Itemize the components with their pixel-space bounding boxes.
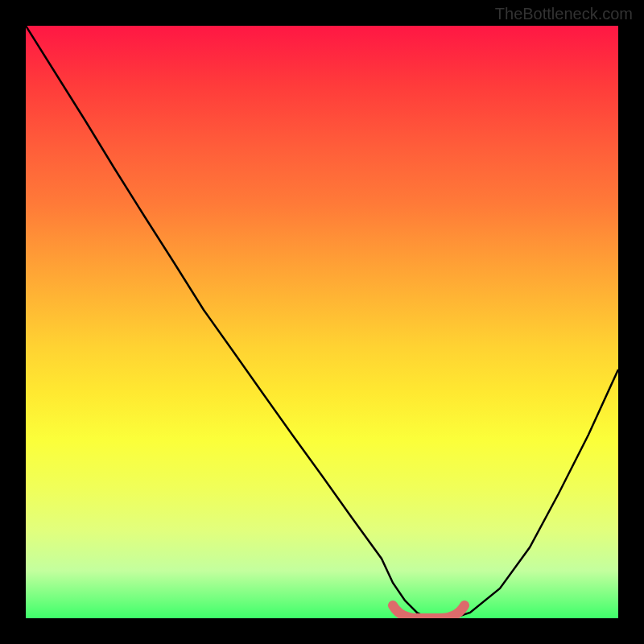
sweet-spot-highlight [393,605,464,618]
chart-container: TheBottleneck.com [0,0,644,644]
curve-svg [26,26,618,618]
watermark-text: TheBottleneck.com [495,5,633,23]
bottleneck-curve-path [26,26,618,618]
plot-area [26,26,618,618]
